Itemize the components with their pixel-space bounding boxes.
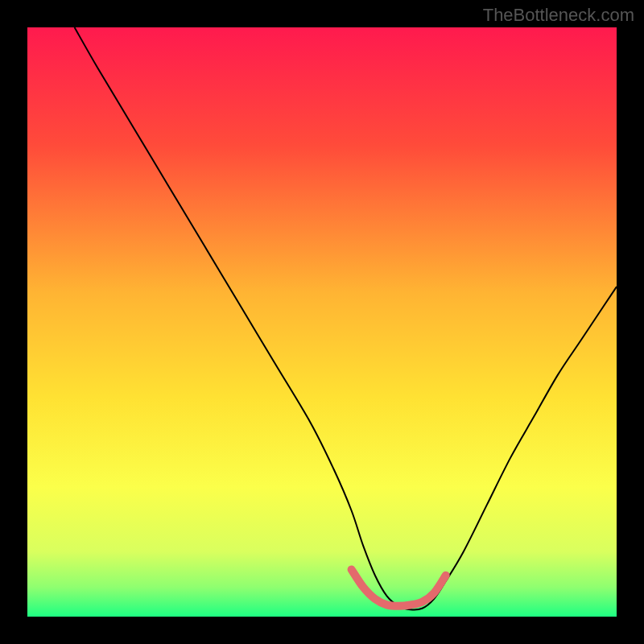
- optimal-range-highlight: [352, 569, 446, 605]
- chart-svg: [27, 27, 617, 617]
- plot-area: [27, 27, 617, 617]
- bottleneck-curve: [75, 27, 617, 610]
- watermark-text: TheBottleneck.com: [483, 5, 634, 26]
